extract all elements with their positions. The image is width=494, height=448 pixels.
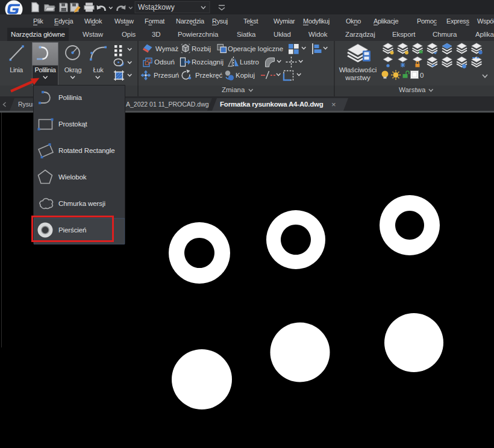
svg-text:Wstążkowy: Wstążkowy [138,3,175,11]
